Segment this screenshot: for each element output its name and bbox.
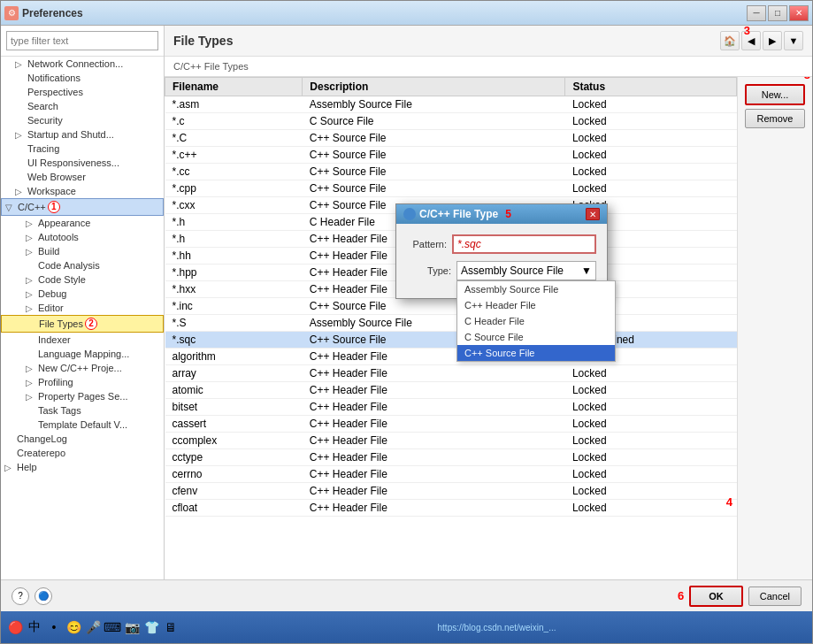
sidebar-item-cpp[interactable]: ▽C/C++1 [1, 198, 164, 216]
badge4-annotation: 4 [726, 495, 732, 509]
sidebar-item-template-default[interactable]: Template Default V... [1, 418, 164, 432]
cell-filename: cfenv [165, 483, 303, 500]
cancel-button[interactable]: Cancel [748, 586, 801, 606]
sidebar-item-code-style[interactable]: ▷Code Style [1, 272, 164, 287]
option-assembly[interactable]: Assembly Source File [457, 281, 615, 297]
table-row[interactable]: bitsetC++ Header FileLocked [165, 399, 737, 416]
table-row[interactable]: *.ccC++ Source FileLocked [165, 164, 737, 180]
sidebar-item-startup[interactable]: ▷Startup and Shutd... [1, 127, 164, 142]
new-button[interactable]: New... [745, 84, 805, 105]
close-button[interactable]: ✕ [789, 5, 809, 21]
sidebar-item-ui[interactable]: UI Responsiveness... [1, 156, 164, 170]
sidebar-item-security[interactable]: Security [1, 113, 164, 127]
taskbar-icon-5[interactable]: ⌨ [104, 618, 121, 636]
sidebar-item-code-analysis[interactable]: Code Analysis [1, 258, 164, 272]
table-row[interactable]: *.asmAssembly Source FileLocked [165, 96, 737, 113]
sidebar-label-code-style: Code Style [38, 274, 86, 285]
taskbar-icon-6[interactable]: 📷 [123, 618, 141, 636]
sidebar-item-file-types[interactable]: File Types2 [1, 315, 164, 333]
cell-description: Assembly Source File [303, 96, 565, 113]
nav-forward-button[interactable]: ▶ [763, 31, 782, 50]
tree-arrow-autotools: ▷ [26, 233, 38, 242]
remove-button[interactable]: Remove [745, 109, 805, 128]
table-row[interactable]: *.cppC++ Source FileLocked [165, 180, 737, 197]
table-row[interactable]: *.c++C++ Source FileLocked [165, 147, 737, 164]
sidebar-label-build: Build [38, 246, 59, 257]
table-row[interactable]: ccomplexC++ Header FileLocked [165, 433, 737, 449]
taskbar-icon-7[interactable]: 👕 [142, 618, 160, 636]
sidebar-item-profiling[interactable]: ▷Profiling [1, 375, 164, 389]
col-description: Description [303, 78, 565, 96]
maximize-button[interactable]: □ [768, 5, 787, 21]
table-row[interactable]: *.cC Source FileLocked [165, 113, 737, 130]
cell-filename: *.C [165, 130, 303, 147]
col-filename: Filename [165, 78, 303, 96]
nav-dropdown-button[interactable]: ▼ [784, 31, 803, 50]
table-row[interactable]: arrayC++ Header FileLocked [165, 365, 737, 382]
cell-status: Locked [565, 416, 737, 433]
sidebar-item-perspectives[interactable]: Perspectives [1, 85, 164, 99]
sidebar-label-code-analysis: Code Analysis [38, 260, 100, 271]
option-c-header[interactable]: C Header File [457, 313, 615, 329]
sidebar-item-new-cpp[interactable]: ▷New C/C++ Proje... [1, 361, 164, 375]
table-row[interactable]: *.incC++ Source FileLocked [165, 298, 737, 315]
taskbar-icon-4[interactable]: 🎤 [84, 618, 102, 636]
table-row[interactable]: cfenvC++ Header FileLocked [165, 483, 737, 500]
table-row[interactable]: cfloatC++ Header FileLocked [165, 500, 737, 517]
minimize-button[interactable]: ─ [747, 5, 766, 21]
table-row[interactable]: *.SAssembly Source FileLocked [165, 315, 737, 332]
taskbar-icon-3[interactable]: 😊 [65, 618, 82, 636]
bottom-right: 6 OK Cancel [678, 586, 801, 607]
sidebar-item-changelog[interactable]: ChangeLog [1, 432, 164, 446]
cell-filename: atomic [165, 382, 303, 399]
sidebar-label-perspectives: Perspectives [27, 87, 83, 97]
cell-status: Locked [565, 130, 737, 147]
sidebar-item-notifications[interactable]: Notifications [1, 71, 164, 85]
sidebar-item-network[interactable]: ▷Network Connection... [1, 57, 164, 71]
info-icon[interactable]: 🔵 [35, 587, 52, 605]
sidebar-label-editor: Editor [38, 303, 64, 313]
pattern-input[interactable] [452, 234, 596, 254]
sidebar-item-createrepo[interactable]: Createrepo [1, 446, 164, 460]
cell-filename: *.h [165, 231, 303, 248]
sidebar-item-autotools[interactable]: ▷Autotools [1, 230, 164, 244]
sidebar-item-appearance[interactable]: ▷Appearance [1, 216, 164, 230]
table-row[interactable]: cassertC++ Header FileLocked [165, 416, 737, 433]
option-cpp-source[interactable]: C++ Source File [457, 345, 615, 361]
sidebar-item-lang-mapping[interactable]: Language Mapping... [1, 347, 164, 361]
taskbar-icon-8[interactable]: 🖥 [162, 618, 180, 636]
type-dropdown-list: Assembly Source File C++ Header File C H… [456, 280, 616, 362]
sidebar-item-debug[interactable]: ▷Debug [1, 287, 164, 301]
back-button[interactable]: 🏠 [720, 31, 740, 50]
option-cpp-header[interactable]: C++ Header File [457, 297, 615, 313]
sidebar-item-help[interactable]: ▷Help [1, 460, 164, 474]
sidebar-item-workspace[interactable]: ▷Workspace [1, 184, 164, 198]
cell-filename: *.cxx [165, 197, 303, 214]
option-c-source[interactable]: C Source File [457, 329, 615, 345]
table-row[interactable]: *.CC++ Source FileLocked [165, 130, 737, 147]
sidebar-item-build[interactable]: ▷Build [1, 244, 164, 258]
ok-button[interactable]: OK [689, 586, 743, 607]
table-scroll[interactable]: Filename Description Status *.asmAssembl… [165, 77, 737, 579]
cell-description: C++ Source File [303, 130, 565, 147]
sidebar-item-property-pages[interactable]: ▷Property Pages Se... [1, 389, 164, 403]
table-row[interactable]: *.sqcC++ Source FileUser Defined [165, 332, 737, 349]
taskbar-icon-1[interactable]: 中 [26, 618, 43, 636]
sidebar-item-search[interactable]: Search [1, 99, 164, 113]
modal-close-button[interactable]: ✕ [586, 208, 600, 220]
sidebar-item-tracing[interactable]: Tracing [1, 142, 164, 156]
filter-input[interactable] [6, 31, 158, 50]
table-row[interactable]: atomicC++ Header FileLocked [165, 382, 737, 399]
sidebar-item-indexer[interactable]: Indexer [1, 333, 164, 347]
table-row[interactable]: cerrnoC++ Header FileLocked [165, 466, 737, 483]
table-row[interactable]: cctypeC++ Header FileLocked [165, 449, 737, 466]
taskbar-icon-0[interactable]: 🔴 [6, 618, 24, 636]
type-select[interactable]: Assembly Source File ▼ [456, 261, 596, 280]
table-row[interactable]: algorithmC++ Header FileLocked [165, 349, 737, 365]
help-icon[interactable]: ? [12, 587, 29, 605]
sidebar-item-task-tags[interactable]: Task Tags [1, 403, 164, 418]
taskbar-icon-2[interactable]: • [45, 618, 63, 636]
sidebar-item-web[interactable]: Web Browser [1, 170, 164, 184]
sidebar-item-editor[interactable]: ▷Editor [1, 301, 164, 315]
cell-filename: *.sqc [165, 332, 303, 349]
